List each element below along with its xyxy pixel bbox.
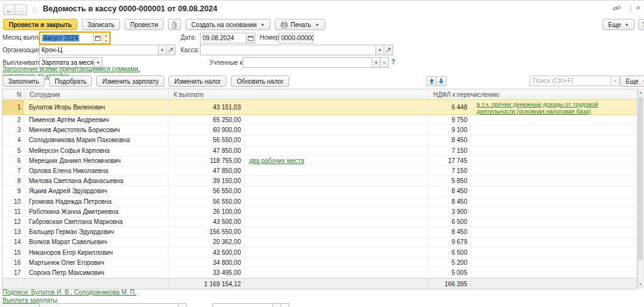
number-label: Номер: — [260, 34, 281, 41]
open-link-icon[interactable] — [167, 45, 175, 55]
amount-note-link[interactable]: два рабочих места — [249, 157, 304, 164]
search-input[interactable] — [530, 75, 611, 86]
close-icon[interactable]: × — [636, 4, 641, 12]
column-header-employee[interactable]: Сотрудник — [25, 89, 169, 99]
amount-to-pay: 65 250,00 — [169, 115, 245, 125]
table-row[interactable]: 5Мейерсон Софья Карповна47 850,007 150 — [3, 146, 637, 156]
month-value: Август 2024 — [42, 35, 79, 42]
attachments-button[interactable] — [168, 19, 181, 30]
row-number: 6 — [3, 156, 25, 165]
table-row[interactable]: 17Сорока Петр Максимович33 495,005 005 — [3, 268, 637, 278]
cashbox-value — [200, 45, 376, 55]
amount-to-pay: 47 850,00 — [169, 146, 245, 155]
post-and-close-button[interactable]: Провести и закрыть — [3, 19, 77, 30]
row-number: 12 — [3, 217, 25, 226]
table-row[interactable]: 8Милова Светлана Афанасьевна39 150,005 8… — [3, 176, 637, 186]
favorite-star-icon[interactable]: ☆ — [31, 5, 39, 14]
move-up-icon[interactable] — [426, 76, 436, 86]
table-row[interactable]: 2Пименов Артём Андреевич65 250,009 750 — [3, 115, 637, 125]
chevron-down-icon[interactable]: ▼ — [179, 303, 187, 307]
more-button[interactable]: Еще▼ — [602, 19, 635, 30]
row-number: 14 — [3, 237, 25, 247]
help-question-icon[interactable]: ? — [391, 59, 395, 65]
print-button[interactable]: Печать▼ — [275, 19, 325, 30]
table-row[interactable]: 7Орлова Елена Николаевна47 850,007 150 — [3, 166, 637, 176]
help-button[interactable]: ? — [638, 19, 644, 30]
list-more-button[interactable]: Еще▼ — [620, 75, 644, 87]
table-row[interactable]: 12Габровская Светлана Марковна43 500,006… — [3, 217, 637, 227]
more-dots-icon[interactable]: ⋮ — [627, 4, 635, 12]
move-down-icon[interactable] — [436, 76, 447, 86]
table-row[interactable]: 15Никаноров Егор Кириллович43 500,006 50… — [3, 247, 637, 257]
table-row[interactable]: 16Мартынюк Олег Егорович34 800,005 200 — [3, 258, 637, 268]
employee-name: Булатов Игорь Виленович — [25, 100, 169, 114]
chevron-down-icon[interactable]: ▼ — [376, 45, 384, 55]
table-row[interactable]: 6Мерецких Даниил Непомнювич118 755,00два… — [3, 156, 637, 166]
column-header-ndfl[interactable]: НДФЛ к перечислению — [428, 89, 637, 99]
change-salary-button[interactable]: Изменить зарплату — [96, 75, 164, 87]
open-link-icon[interactable] — [384, 45, 393, 55]
month-spinner[interactable]: ▲▼ — [102, 33, 109, 43]
row-number: 1 — [3, 100, 25, 114]
accounted-field[interactable]: ▼ × — [243, 57, 389, 68]
post-button[interactable]: Провести — [125, 19, 164, 30]
change-tax-button[interactable]: Изменить налог — [169, 75, 226, 87]
month-field[interactable]: Август 2024 ▲▼ — [39, 31, 111, 45]
row-number: 13 — [3, 227, 25, 237]
bottom-field-2[interactable]: ▼ × — [213, 303, 289, 307]
date-field[interactable]: 09.08.2024 — [200, 33, 255, 43]
employee-name: Работкина Жанна Дмитриевна — [25, 207, 169, 216]
employee-name: Габровская Светлана Марковна — [25, 217, 169, 226]
table-row[interactable]: 4Солодовникова Мария Пахомовна56 550,008… — [3, 135, 637, 145]
ndfl-amount: 8 450 — [428, 227, 471, 237]
fill-button[interactable]: Заполнить — [3, 75, 45, 87]
get-link-icon[interactable] — [613, 5, 621, 13]
bottom-field-1[interactable]: ▼ — [39, 303, 187, 307]
amount-to-pay: 56 550,00 — [169, 197, 245, 206]
pick-button[interactable]: Подобрать — [49, 75, 92, 87]
forward-button[interactable]: → — [15, 4, 27, 15]
ndfl-amount: 6 500 — [428, 247, 471, 257]
cashbox-label: Касса: — [180, 47, 199, 53]
create-based-on-button[interactable]: Создать на основании▼ — [186, 19, 270, 30]
column-header-n[interactable]: N — [3, 89, 25, 99]
table-body: 1Булатов Игорь Виленович43 151,036 448в … — [3, 100, 637, 278]
back-button[interactable]: ← — [3, 4, 15, 15]
update-tax-button[interactable]: Обновить налог — [231, 75, 289, 87]
clear-icon[interactable]: × — [281, 303, 289, 307]
amount-to-pay: 60 900,00 — [169, 125, 245, 135]
chevron-down-icon[interactable]: ▼ — [372, 57, 380, 68]
scroll-down-icon[interactable]: ▼ — [639, 281, 643, 287]
table-row[interactable]: 10Громова Надежда Петровна56 550,008 450 — [3, 197, 637, 207]
chevron-down-icon: ▼ — [260, 23, 265, 27]
chevron-down-icon[interactable]: ▼ — [273, 303, 281, 307]
ndfl-amount: 7 150 — [428, 146, 471, 155]
write-button[interactable]: Записать — [82, 19, 120, 30]
organization-field[interactable]: Крон-Ц ▼ — [39, 45, 175, 55]
table-row[interactable]: 9Яцкив Андрей Эдуардович56 550,008 450 — [3, 186, 637, 196]
column-header-amount[interactable]: К выплате — [169, 89, 428, 99]
cashbox-field[interactable]: ▼ — [200, 45, 393, 55]
signatures-link[interactable]: Подписи: Булатов И. В., Солодовникова М.… — [3, 289, 136, 296]
employee-name: Милова Светлана Афанасьевна — [25, 176, 169, 186]
table-scrollbar[interactable]: ▲ ▼ — [638, 89, 643, 288]
table-row[interactable]: 3Минчев Аристотель Борисович60 900,009 1… — [3, 125, 637, 135]
table-row[interactable]: 14Волков Марат Савельевич20 362,009 679 — [3, 237, 637, 247]
clear-icon[interactable]: × — [380, 57, 389, 68]
table-row[interactable]: 13Бальцер Герман Эдуардович156 550,008 4… — [3, 227, 637, 237]
printer-icon — [280, 21, 288, 28]
scroll-up-icon[interactable]: ▲ — [639, 89, 643, 96]
number-field[interactable]: 0000-000001 — [279, 33, 314, 43]
calendar-icon[interactable] — [93, 33, 102, 43]
search-clear-icon[interactable]: × — [611, 75, 619, 86]
table-row[interactable]: 11Работкина Жанна Дмитриевна26 100,003 9… — [3, 207, 637, 217]
employee-name: Солодовникова Мария Пахомовна — [25, 135, 169, 145]
table-header: N Сотрудник К выплате НДФЛ к перечислени… — [3, 89, 637, 100]
scrollbar-thumb[interactable] — [638, 97, 643, 260]
row-number: 7 — [3, 166, 25, 176]
table-row[interactable]: 1Булатов Игорь Виленович43 151,036 448в … — [3, 100, 637, 115]
amount-to-pay: 156 550,00 — [169, 227, 245, 237]
calendar-icon[interactable] — [247, 33, 255, 43]
ndfl-note-link[interactable]: в т.ч. прочие денежные доходы от трудово… — [477, 101, 636, 114]
chevron-down-icon[interactable]: ▼ — [158, 45, 167, 55]
